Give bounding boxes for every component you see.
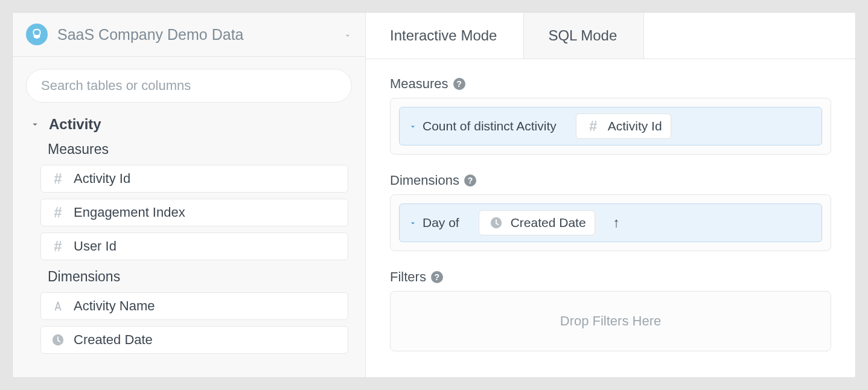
field-engagement-index[interactable]: # Engagement Index — [40, 199, 348, 226]
measures-section-label: Measures ? — [390, 76, 831, 92]
filters-dropzone[interactable]: Drop Filters Here — [390, 291, 831, 351]
field-created-date[interactable]: Created Date — [40, 326, 348, 354]
field-label: Activity Name — [74, 298, 155, 314]
measures-title: Measures — [48, 141, 348, 158]
filters-section: Filters ? Drop Filters Here — [390, 269, 831, 351]
chevron-down-icon — [343, 26, 352, 43]
mode-tabs: Interactive Mode SQL Mode — [366, 13, 855, 59]
field-activity-id[interactable]: # Activity Id — [40, 165, 348, 193]
measure-aggregation-picker[interactable]: Count of distinct Activity — [400, 113, 566, 139]
triangle-down-icon — [409, 216, 416, 230]
dimensions-section: Dimensions ? Day of — [390, 173, 831, 251]
measures-dropzone[interactable]: Count of distinct Activity # Activity Id — [390, 98, 831, 155]
field-label: User Id — [74, 238, 116, 254]
section-title-text: Filters — [390, 269, 426, 285]
dimension-pill[interactable]: Day of Created Date ↑ — [399, 203, 822, 242]
app-root: SaaS Company Demo Data Activity Measures… — [12, 12, 856, 378]
datasource-picker[interactable]: SaaS Company Demo Data — [13, 13, 365, 57]
help-icon[interactable]: ? — [431, 271, 443, 283]
sort-ascending-icon[interactable]: ↑ — [605, 215, 628, 231]
number-icon: # — [49, 170, 66, 187]
dimensions-section-label: Dimensions ? — [390, 173, 831, 188]
tab-interactive-mode[interactable]: Interactive Mode — [366, 13, 524, 59]
filters-section-label: Filters ? — [390, 269, 831, 285]
dimensions-dropzone[interactable]: Day of Created Date ↑ — [390, 194, 831, 251]
main: Interactive Mode SQL Mode Measures ? — [366, 13, 855, 377]
tab-sql-mode[interactable]: SQL Mode — [524, 13, 644, 59]
measures-field-list: # Activity Id # Engagement Index # User … — [30, 165, 348, 260]
text-icon — [49, 298, 66, 315]
dimension-field-chip-wrapper: Created Date — [469, 204, 605, 241]
table-toggle-activity[interactable]: Activity — [30, 116, 348, 133]
search-input[interactable] — [26, 69, 352, 103]
section-title-text: Dimensions — [390, 173, 459, 188]
measure-aggregation-text: Count of distinct Activity — [423, 119, 557, 133]
table-group-activity: Activity Measures # Activity Id # Engage… — [26, 116, 352, 354]
triangle-down-icon — [409, 119, 416, 133]
field-activity-name[interactable]: Activity Name — [40, 292, 348, 320]
sidebar-body: Activity Measures # Activity Id # Engage… — [13, 57, 365, 366]
measure-pill[interactable]: Count of distinct Activity # Activity Id — [399, 107, 822, 145]
field-label: Created Date — [74, 332, 153, 348]
dimension-grain-picker[interactable]: Day of — [400, 209, 469, 236]
filters-placeholder-text: Drop Filters Here — [560, 313, 661, 329]
field-label: Activity Id — [74, 171, 130, 187]
clock-icon — [49, 331, 66, 348]
field-user-id[interactable]: # User Id — [40, 232, 348, 260]
measure-field-text: Activity Id — [608, 119, 662, 133]
number-icon: # — [49, 238, 66, 255]
clock-icon — [488, 214, 505, 231]
dimension-field-text: Created Date — [511, 216, 586, 230]
table-name: Activity — [49, 116, 101, 133]
measures-section: Measures ? Count of distinct Activity — [390, 76, 831, 155]
help-icon[interactable]: ? — [453, 78, 465, 90]
dimension-field-chip[interactable]: Created Date — [479, 210, 595, 235]
help-icon[interactable]: ? — [464, 174, 476, 187]
chevron-down-icon — [30, 119, 40, 130]
datasource-name: SaaS Company Demo Data — [57, 26, 243, 43]
dimension-grain-text: Day of — [423, 216, 459, 230]
field-label: Engagement Index — [74, 205, 185, 220]
measure-field-chip-wrapper: # Activity Id — [566, 107, 681, 145]
query-builder: Measures ? Count of distinct Activity — [366, 59, 855, 378]
sidebar: SaaS Company Demo Data Activity Measures… — [13, 13, 366, 377]
dimensions-title: Dimensions — [48, 269, 348, 285]
number-icon: # — [49, 204, 66, 221]
number-icon: # — [585, 118, 602, 135]
postgres-icon — [26, 24, 48, 45]
measure-field-chip[interactable]: # Activity Id — [576, 113, 671, 139]
dimensions-field-list: Activity Name Created Date — [30, 292, 348, 354]
section-title-text: Measures — [390, 76, 448, 92]
